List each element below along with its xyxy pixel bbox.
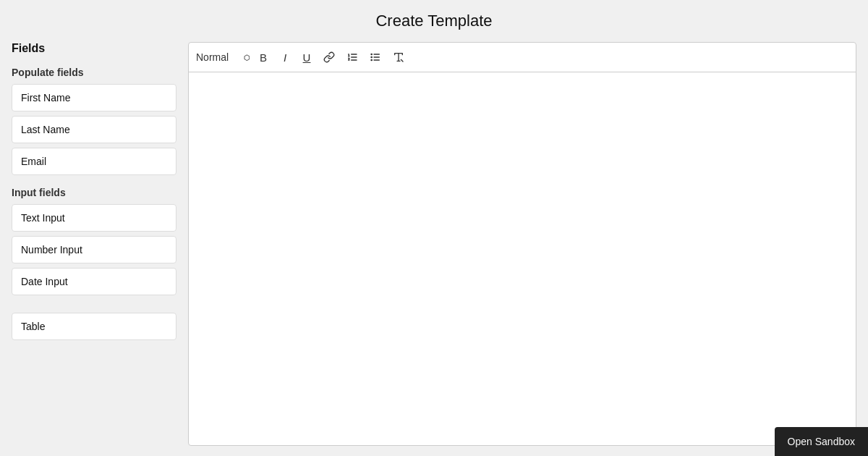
editor-area: Normal ⬡ B I U	[188, 42, 856, 446]
link-button[interactable]	[320, 48, 339, 66]
svg-point-6	[371, 54, 372, 54]
style-select-wrapper[interactable]: Normal ⬡	[196, 51, 250, 63]
unordered-list-button[interactable]	[366, 48, 385, 66]
ordered-list-icon	[346, 51, 358, 63]
style-select[interactable]: Normal	[196, 51, 242, 63]
underline-button[interactable]: U	[298, 48, 315, 66]
italic-button[interactable]: I	[276, 48, 294, 66]
unordered-list-icon	[370, 51, 381, 63]
svg-point-7	[371, 56, 372, 57]
svg-line-9	[401, 59, 403, 62]
bold-button[interactable]: B	[255, 48, 272, 66]
sidebar-item-table[interactable]: Table	[12, 313, 176, 340]
sidebar-item-text-input[interactable]: Text Input	[12, 204, 176, 232]
sidebar-item-last-name[interactable]: Last Name	[12, 116, 176, 143]
sidebar-item-email[interactable]: Email	[12, 148, 176, 175]
editor-content[interactable]	[189, 72, 856, 445]
open-sandbox-button[interactable]: Open Sandbox	[775, 427, 868, 456]
sidebar-item-first-name[interactable]: First Name	[12, 84, 176, 111]
toolbar: Normal ⬡ B I U	[189, 43, 856, 72]
select-arrow-icon: ⬡	[244, 54, 250, 62]
link-icon	[323, 51, 335, 63]
sidebar-item-date-input[interactable]: Date Input	[12, 268, 176, 295]
input-fields-group-title: Input fields	[12, 187, 176, 198]
clear-format-icon	[393, 51, 404, 63]
clear-format-button[interactable]	[389, 48, 408, 66]
svg-point-8	[371, 59, 372, 60]
page-title: Create Template	[0, 0, 868, 42]
populate-fields-group-title: Populate fields	[12, 67, 176, 78]
sidebar: Fields Populate fields First Name Last N…	[0, 42, 188, 446]
editor-container: Normal ⬡ B I U	[188, 42, 856, 446]
ordered-list-button[interactable]	[343, 48, 362, 66]
sidebar-item-number-input[interactable]: Number Input	[12, 236, 176, 263]
fields-section-title: Fields	[12, 42, 176, 55]
